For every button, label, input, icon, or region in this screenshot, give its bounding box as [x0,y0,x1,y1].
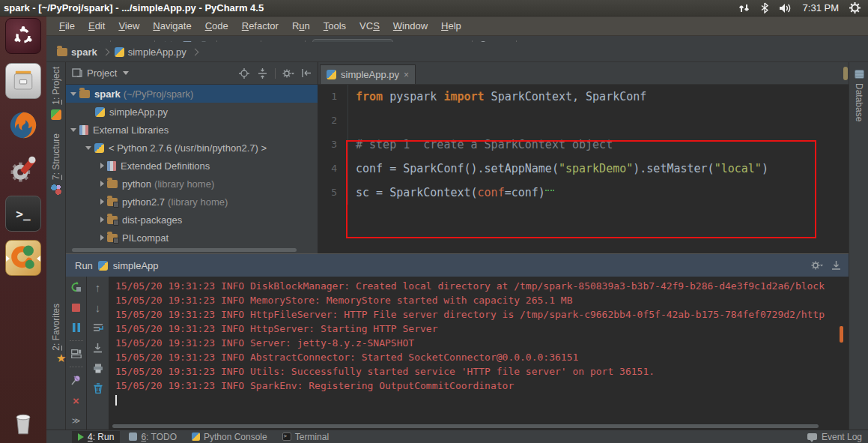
tree-row-dist-packages[interactable]: dist-packages [66,211,318,229]
tree-collapsed-arrow-icon[interactable] [100,235,104,241]
window-title: spark - [~/PyProj/spark] - .../simpleApp… [0,2,738,13]
tree-row-python[interactable]: python (library home) [66,175,318,193]
panel-settings-gear-icon[interactable] [282,67,295,80]
restore-layout-button[interactable] [69,346,84,361]
menu-code[interactable]: Code [198,18,235,34]
statusbar-6-todo-button[interactable]: 6: TODO [123,431,183,443]
dash-home-button[interactable] [5,18,41,54]
tool-button-project[interactable]: 1: Project [46,67,66,120]
tree-row-extended-definitions[interactable]: Extended Definitions [66,157,318,175]
clock[interactable]: 7:31 PM [803,2,839,13]
bluetooth-icon[interactable] [761,2,768,13]
statusbar-python-console-button[interactable]: Python Console [186,431,273,443]
code-line[interactable]: 5sc = SparkContext(conf=conf) [318,181,849,205]
tree-expanded-arrow-icon[interactable] [85,146,91,150]
close-run-panel-button[interactable]: × [69,393,84,408]
settings-launcher-button[interactable] [5,151,41,187]
tree-row-external-libraries[interactable]: External Libraries [66,121,318,139]
tool-button-database[interactable]: Database [849,70,868,121]
collapse-all-icon[interactable] [255,67,269,80]
statusbar-4-run-button[interactable]: 4: Run [72,431,120,443]
more-options-button[interactable]: ≫ [69,413,84,428]
pause-output-button[interactable] [69,320,84,335]
tool-button-favorites[interactable]: 2: Favorites ★ [46,304,66,355]
pycharm-launcher-button[interactable] [5,240,41,276]
breadcrumb-chevron-icon [191,48,198,55]
project-tool-icon [51,109,61,120]
run-toolbar-secondary: ↑ ↓ [87,277,109,430]
tab-simpleapp[interactable]: simpleApp.py × [320,64,416,84]
network-icon[interactable] [738,3,750,13]
project-view-selector[interactable]: Project [87,67,117,79]
pin-tab-button[interactable] [69,373,84,388]
tree-collapsed-arrow-icon[interactable] [100,181,104,187]
tree-row-python2-7[interactable]: python2.7 (library home) [66,193,318,211]
event-log-button[interactable]: Event Log [822,431,862,443]
prev-occurrence-button[interactable]: ↑ [91,280,106,295]
breadcrumb-project[interactable]: spark [57,46,97,58]
print-button[interactable] [91,361,106,376]
locate-file-icon[interactable] [237,67,251,80]
tree-row-spark[interactable]: spark (~/PyProj/spark) [66,85,318,103]
scroll-to-end-button[interactable] [91,340,106,355]
tool-button-structure[interactable]: 7: Structure [46,133,66,195]
folder-icon [107,180,118,188]
menu-vcs[interactable]: VCS [353,18,386,34]
volume-icon[interactable] [779,3,792,13]
log-line: 15/05/20 19:31:23 INFO Utils: Successful… [115,364,849,379]
project-panel-header: Project [66,62,318,85]
run-settings-gear-icon[interactable] [810,259,824,272]
breadcrumb-chevron-icon [102,48,109,55]
code-line[interactable]: 4conf = SparkConf().setAppName("sparkDem… [318,157,849,181]
code-line[interactable]: 1from pyspark import SparkContext, Spark… [318,85,849,109]
tree-item-label: python [122,178,151,190]
session-gear-icon[interactable] [849,2,861,13]
code-line[interactable]: 2 [318,109,849,133]
close-tab-icon[interactable]: × [404,71,409,79]
code-line[interactable]: 3# step 1 create a SparkContext object [318,133,849,157]
screen: spark - [~/PyProj/spark] - .../simpleApp… [0,0,868,443]
hide-panel-icon[interactable] [300,67,313,80]
string-token: "sparkDemo" [559,157,633,181]
console-horizontal-scrollbar[interactable] [112,424,819,428]
rerun-button[interactable] [69,280,84,295]
tree-row-pilcompat[interactable]: PILcompat [66,229,318,247]
stop-button[interactable] [69,300,84,315]
run-console-output[interactable]: 15/05/20 19:31:23 INFO DiskBlockManager:… [109,277,849,430]
soft-wrap-button[interactable] [91,320,106,335]
tree-row--python-2-7-6-usr-bin-python2-7-[interactable]: < Python 2.7.6 (/usr/bin/python2.7) > [66,139,318,157]
tree-row-simpleapp-py[interactable]: simpleApp.py [66,103,318,121]
menu-refactor[interactable]: Refactor [235,18,285,34]
menu-tools[interactable]: Tools [317,18,353,34]
trash-launcher-button[interactable] [5,405,41,441]
menu-view[interactable]: View [112,18,146,34]
menu-run[interactable]: Run [285,18,317,34]
statusbar-terminal-button[interactable]: >Terminal [276,431,335,443]
clear-console-button[interactable] [91,381,106,396]
tree-collapsed-arrow-icon[interactable] [100,217,104,223]
breadcrumb-file[interactable]: simpleApp.py [115,46,186,58]
chevron-down-icon[interactable] [123,71,129,75]
tree-item-label: External Libraries [93,124,169,136]
editor-scrollbar-thumb[interactable] [843,67,848,80]
code-editor[interactable]: 1from pyspark import SparkContext, Spark… [318,85,849,253]
firefox-launcher-button[interactable] [5,107,41,143]
todo-icon [129,433,137,441]
menu-window[interactable]: Window [386,18,434,34]
terminal-launcher-button[interactable]: >_ [5,196,41,232]
menu-edit[interactable]: Edit [82,18,112,34]
menu-file[interactable]: File [52,18,82,34]
files-launcher-button[interactable] [5,63,41,99]
python-file-icon [115,47,124,57]
tree-expanded-arrow-icon[interactable] [70,92,76,96]
menu-navigate[interactable]: Navigate [146,18,198,34]
tree-collapsed-arrow-icon[interactable] [100,199,104,205]
tree-collapsed-arrow-icon[interactable] [100,163,104,169]
hide-run-panel-icon[interactable] [829,259,843,272]
run-tab-label[interactable]: Run [75,260,93,271]
tree-expanded-arrow-icon[interactable] [70,128,76,132]
menu-help[interactable]: Help [434,18,468,34]
project-horizontal-scrollbar[interactable] [72,248,297,252]
folderlock-icon [107,216,118,224]
next-occurrence-button[interactable]: ↓ [91,300,106,315]
